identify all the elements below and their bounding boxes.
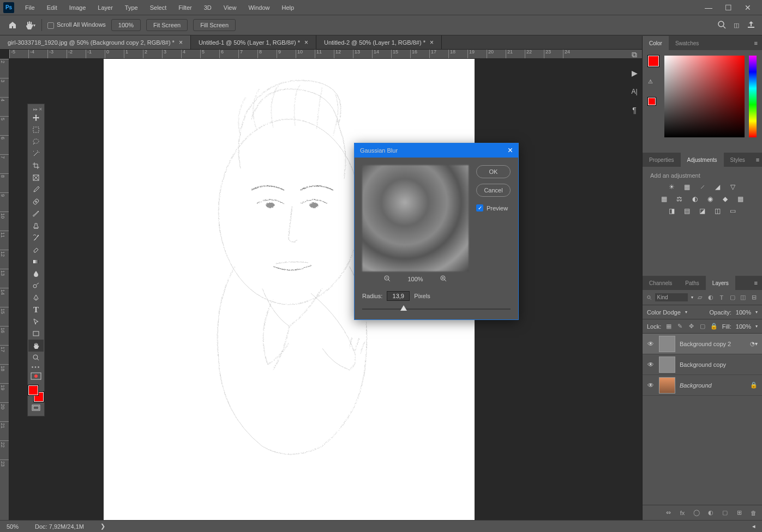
- close-tab-icon[interactable]: ×: [430, 39, 434, 46]
- smart-filter-icon[interactable]: ◔▾: [750, 341, 758, 347]
- visibility-icon[interactable]: 👁: [647, 361, 655, 368]
- warning-swatch[interactable]: [648, 98, 656, 105]
- search-icon[interactable]: [717, 20, 726, 30]
- preview-checkbox[interactable]: ✓: [476, 204, 483, 211]
- hue-slider[interactable]: [749, 56, 757, 137]
- dodge-tool[interactable]: [28, 280, 44, 292]
- menu-file[interactable]: File: [20, 2, 40, 13]
- quick-mask-icon[interactable]: [28, 370, 44, 382]
- lookup-icon[interactable]: ▦: [736, 195, 746, 203]
- eraser-tool[interactable]: [28, 244, 44, 256]
- paragraph-icon[interactable]: ¶: [629, 105, 640, 116]
- lasso-tool[interactable]: [28, 136, 44, 148]
- cancel-button[interactable]: Cancel: [476, 184, 511, 197]
- menu-3d[interactable]: 3D: [199, 2, 217, 13]
- fit-screen-button[interactable]: Fit Screen: [146, 19, 188, 31]
- shape-tool[interactable]: [28, 328, 44, 340]
- photo-filter-icon[interactable]: ◉: [705, 195, 715, 203]
- filter-toggle-icon[interactable]: ⊟: [750, 293, 758, 302]
- selective-icon[interactable]: ◫: [713, 207, 723, 215]
- dialog-title-bar[interactable]: Gaussian Blur ×: [355, 143, 518, 158]
- add-mask-icon[interactable]: ◯: [692, 509, 701, 517]
- history-brush-tool[interactable]: [28, 232, 44, 244]
- toolbox-handle[interactable]: ▸▸ ✕: [28, 106, 44, 112]
- close-button[interactable]: ✕: [741, 3, 754, 13]
- invert-icon[interactable]: ◨: [667, 207, 677, 215]
- blend-mode-select[interactable]: Color Dodge: [647, 309, 681, 316]
- zoom-out-icon[interactable]: [383, 275, 391, 283]
- filter-type-icon[interactable]: T: [718, 293, 725, 302]
- color-field[interactable]: [664, 56, 745, 137]
- hand-tool-icon[interactable]: ▾: [24, 19, 36, 31]
- layer-thumbnail[interactable]: [659, 356, 675, 373]
- status-doc-size[interactable]: Doc: 7,92M/24,1M: [35, 523, 84, 530]
- doc-tab-0[interactable]: girl-3033718_1920.jpg @ 50% (Background …: [0, 35, 191, 49]
- tab-layers[interactable]: Layers: [706, 276, 735, 290]
- vibrance-icon[interactable]: ▽: [728, 183, 738, 191]
- layer-row[interactable]: 👁Background copy: [643, 354, 762, 375]
- stamp-tool[interactable]: [28, 220, 44, 232]
- add-adjust-icon[interactable]: ◐: [706, 509, 715, 517]
- scroll-all-checkbox[interactable]: Scroll All Windows: [47, 21, 106, 28]
- lock-paint-icon[interactable]: ✎: [677, 322, 683, 331]
- exposure-icon[interactable]: ◢: [713, 183, 723, 191]
- close-tab-icon[interactable]: ×: [304, 39, 308, 46]
- menu-type[interactable]: Type: [119, 2, 143, 13]
- share-icon[interactable]: [747, 20, 755, 30]
- gradient-map-icon[interactable]: ▭: [728, 207, 738, 215]
- bw-icon[interactable]: ◐: [690, 195, 700, 203]
- zoom-tool[interactable]: [28, 352, 44, 364]
- panel-menu-icon[interactable]: ≡: [750, 276, 762, 290]
- filter-pixel-icon[interactable]: ▱: [697, 293, 704, 302]
- posterize-icon[interactable]: ▤: [682, 207, 692, 215]
- layer-name[interactable]: Background: [680, 382, 746, 389]
- new-layer-icon[interactable]: ⊞: [735, 509, 743, 517]
- tab-properties[interactable]: Properties: [643, 153, 681, 167]
- screen-mode-icon[interactable]: [28, 402, 44, 414]
- layer-row[interactable]: 👁Background🔒: [643, 375, 762, 396]
- layer-name[interactable]: Background copy 2: [680, 341, 746, 347]
- tab-adjustments[interactable]: Adjustments: [681, 153, 724, 167]
- doc-tab-2[interactable]: Untitled-2 @ 50% (Layer 1, RGB/8#) *×: [316, 35, 442, 49]
- mixer-icon[interactable]: ◆: [721, 195, 730, 203]
- menu-filter[interactable]: Filter: [173, 2, 197, 13]
- scroll-left-icon[interactable]: ◂: [752, 523, 755, 530]
- zoom-level[interactable]: 100%: [111, 19, 141, 31]
- radius-slider[interactable]: [362, 303, 511, 314]
- panel-menu-icon[interactable]: ≡: [752, 153, 762, 167]
- healing-tool[interactable]: [28, 196, 44, 208]
- move-tool[interactable]: [28, 112, 44, 124]
- type-tool[interactable]: T: [28, 304, 44, 316]
- filter-smart-icon[interactable]: ◫: [740, 293, 747, 302]
- layer-thumbnail[interactable]: [659, 377, 675, 394]
- close-tab-icon[interactable]: ×: [179, 39, 183, 46]
- menu-image[interactable]: Image: [64, 2, 92, 13]
- ruler-vertical[interactable]: 234567891011121314151617181920212223: [0, 59, 9, 520]
- ok-button[interactable]: OK: [476, 165, 511, 178]
- delete-layer-icon[interactable]: 🗑: [749, 509, 758, 517]
- filter-adjust-icon[interactable]: ◐: [707, 293, 715, 302]
- wand-tool[interactable]: [28, 148, 44, 160]
- lock-artboard-icon[interactable]: ▢: [699, 322, 705, 331]
- minimize-button[interactable]: —: [702, 3, 715, 13]
- menu-edit[interactable]: Edit: [41, 2, 63, 13]
- menu-window[interactable]: Window: [243, 2, 275, 13]
- lock-all-icon[interactable]: 🔒: [710, 322, 718, 331]
- menu-layer[interactable]: Layer: [92, 2, 118, 13]
- status-menu-icon[interactable]: ❯: [100, 523, 105, 530]
- fill-value[interactable]: 100%: [736, 323, 751, 330]
- hand-tool[interactable]: [28, 340, 44, 352]
- tab-paths[interactable]: Paths: [679, 276, 706, 290]
- lock-transparent-icon[interactable]: ▦: [665, 322, 672, 331]
- home-icon[interactable]: [7, 19, 19, 31]
- tab-swatches[interactable]: Swatches: [669, 36, 705, 50]
- tab-styles[interactable]: Styles: [724, 153, 752, 167]
- layer-kind-filter[interactable]: [655, 293, 688, 301]
- arrange-icon[interactable]: ◫: [734, 22, 739, 29]
- link-layers-icon[interactable]: ⇔: [664, 509, 673, 517]
- color-swatches[interactable]: [28, 385, 44, 402]
- eyedropper-tool[interactable]: [28, 184, 44, 196]
- tab-color[interactable]: Color: [643, 36, 669, 50]
- dialog-preview[interactable]: [362, 165, 469, 271]
- blur-tool[interactable]: [28, 268, 44, 280]
